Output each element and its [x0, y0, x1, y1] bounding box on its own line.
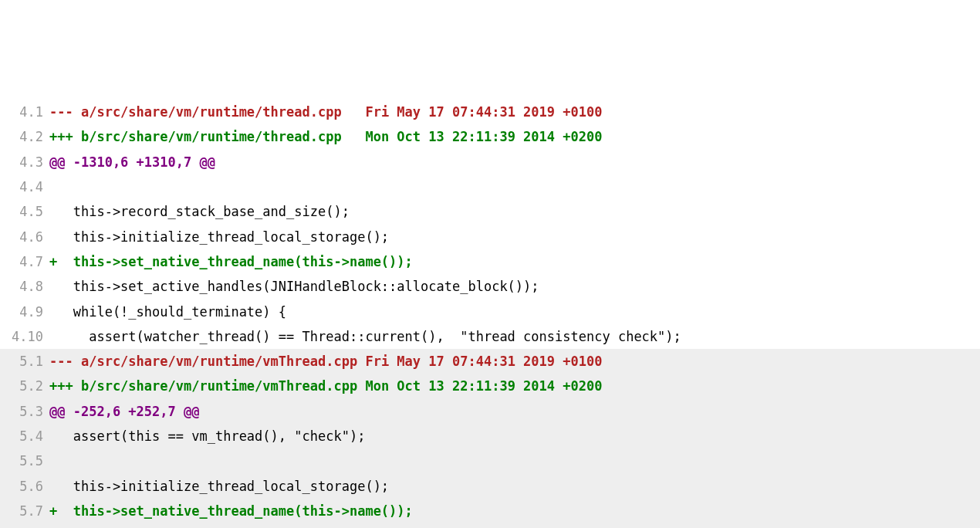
diff-line: 5.6 this->initialize_thread_local_storag…	[0, 474, 980, 499]
line-content: +++ b/src/share/vm/runtime/thread.cpp Mo…	[49, 124, 980, 149]
diff-view: 4.1--- a/src/share/vm/runtime/thread.cpp…	[0, 100, 980, 528]
line-number: 5.3	[0, 399, 49, 424]
line-content	[49, 174, 980, 199]
diff-line: 4.1--- a/src/share/vm/runtime/thread.cpp…	[0, 100, 980, 124]
diff-line: 4.9 while(!_should_terminate) {	[0, 300, 980, 324]
line-content: + this->set_native_thread_name(this->nam…	[49, 249, 980, 274]
line-content: @@ -1310,6 +1310,7 @@	[49, 150, 980, 174]
line-content: assert(this == vm_thread(), "check");	[49, 424, 980, 448]
line-content: @@ -252,6 +252,7 @@	[49, 399, 980, 424]
diff-line: 5.4 assert(this == vm_thread(), "check")…	[0, 424, 980, 448]
diff-line: 4.4	[0, 174, 980, 199]
line-number: 4.2	[0, 124, 49, 149]
diff-line: 4.10 assert(watcher_thread() == Thread::…	[0, 324, 980, 349]
line-number: 5.1	[0, 349, 49, 374]
line-content	[49, 448, 980, 473]
diff-file: 4.1--- a/src/share/vm/runtime/thread.cpp…	[0, 100, 980, 349]
diff-line: 5.2+++ b/src/share/vm/runtime/vmThread.c…	[0, 374, 980, 398]
diff-line: 4.2+++ b/src/share/vm/runtime/thread.cpp…	[0, 124, 980, 149]
diff-line: 4.6 this->initialize_thread_local_storag…	[0, 225, 980, 249]
line-number: 5.8	[0, 523, 49, 528]
line-number: 5.7	[0, 499, 49, 523]
line-number: 4.1	[0, 100, 49, 124]
line-content: --- a/src/share/vm/runtime/vmThread.cpp …	[49, 349, 980, 374]
diff-line: 4.7+ this->set_native_thread_name(this->…	[0, 249, 980, 274]
diff-line: 5.1--- a/src/share/vm/runtime/vmThread.c…	[0, 349, 980, 374]
line-number: 4.5	[0, 199, 49, 224]
line-number: 4.3	[0, 150, 49, 174]
line-number: 4.6	[0, 225, 49, 249]
diff-line: 5.8 this->record_stack_base_and_size();	[0, 523, 980, 528]
line-number: 4.10	[0, 324, 49, 349]
diff-line: 5.5	[0, 448, 980, 473]
line-number: 4.4	[0, 174, 49, 199]
line-content: assert(watcher_thread() == Thread::curre…	[49, 324, 980, 349]
line-content: this->record_stack_base_and_size();	[49, 199, 980, 224]
diff-line: 4.5 this->record_stack_base_and_size();	[0, 199, 980, 224]
line-content: this->initialize_thread_local_storage();	[49, 225, 980, 249]
diff-file: 5.1--- a/src/share/vm/runtime/vmThread.c…	[0, 349, 980, 528]
diff-line: 5.7+ this->set_native_thread_name(this->…	[0, 499, 980, 523]
line-number: 5.6	[0, 474, 49, 499]
line-number: 5.2	[0, 374, 49, 398]
line-content: + this->set_native_thread_name(this->nam…	[49, 499, 980, 523]
diff-line: 5.3@@ -252,6 +252,7 @@	[0, 399, 980, 424]
line-content: +++ b/src/share/vm/runtime/vmThread.cpp …	[49, 374, 980, 398]
diff-line: 4.8 this->set_active_handles(JNIHandleBl…	[0, 274, 980, 299]
line-number: 4.8	[0, 274, 49, 299]
line-content: this->initialize_thread_local_storage();	[49, 474, 980, 499]
line-content: this->record_stack_base_and_size();	[49, 523, 980, 528]
line-content: --- a/src/share/vm/runtime/thread.cpp Fr…	[49, 100, 980, 124]
line-content: this->set_active_handles(JNIHandleBlock:…	[49, 274, 980, 299]
line-number: 5.5	[0, 448, 49, 473]
line-number: 5.4	[0, 424, 49, 448]
line-number: 4.7	[0, 249, 49, 274]
diff-line: 4.3@@ -1310,6 +1310,7 @@	[0, 150, 980, 174]
line-number: 4.9	[0, 300, 49, 324]
line-content: while(!_should_terminate) {	[49, 300, 980, 324]
